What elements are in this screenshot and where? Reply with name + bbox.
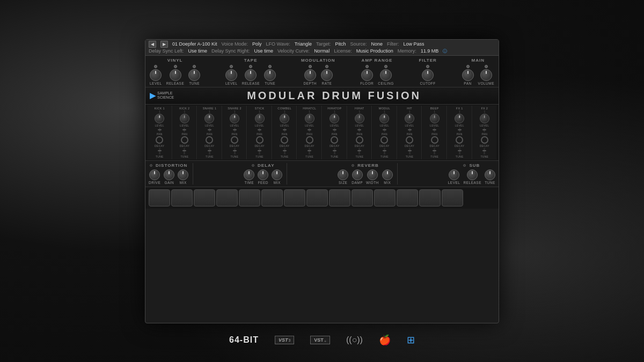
filter-cutoff-knob[interactable] <box>422 69 434 81</box>
distortion-gain-knob[interactable] <box>164 169 174 180</box>
channel-decay-knob-1[interactable] <box>181 136 188 144</box>
amp-floor-knob[interactable] <box>361 69 373 81</box>
reverb-mix-knob[interactable] <box>382 169 393 180</box>
channel-level-knob-10[interactable] <box>405 114 414 123</box>
sub-release-knob[interactable] <box>467 169 478 180</box>
channel-stick: STICK 1 LEVEL PAN DECAY TUNE <box>247 106 272 159</box>
channel-decay-knob-10[interactable] <box>406 136 413 144</box>
channel-decay-knob-9[interactable] <box>380 136 388 144</box>
vinyl-level-knob[interactable] <box>150 69 162 81</box>
channel-num-1: 1 <box>184 110 185 113</box>
pad-4[interactable] <box>216 189 238 206</box>
channel-decay-knob-6[interactable] <box>306 136 313 144</box>
channel-level-knob-0[interactable] <box>155 114 164 123</box>
vinyl-tune-label: TUNE <box>189 82 200 85</box>
lfo-wave-value[interactable]: Triangle <box>295 41 312 47</box>
channel-decay-knob-4[interactable] <box>256 136 264 144</box>
delay-time-knob[interactable] <box>244 169 254 180</box>
channel-decay-knob-7[interactable] <box>331 136 338 144</box>
channel-level-knob-1[interactable] <box>180 114 189 123</box>
nav-prev[interactable]: ◀ <box>149 41 156 48</box>
source-value[interactable]: None <box>371 41 383 47</box>
voice-mode-value[interactable]: Poly <box>252 41 262 47</box>
distortion-mix-knob[interactable] <box>178 169 188 180</box>
delay-sync-left-value[interactable]: Use time <box>188 48 208 54</box>
pad-9[interactable] <box>329 189 350 206</box>
pad-8[interactable] <box>306 189 328 206</box>
channel-decay-knob-11[interactable] <box>431 136 438 144</box>
nav-next[interactable]: ▶ <box>160 41 168 48</box>
filter-value[interactable]: Low Pass <box>404 41 425 47</box>
distortion-drive-knob[interactable] <box>149 169 160 180</box>
channel-level-knob-9[interactable] <box>379 114 389 123</box>
pad-14[interactable] <box>442 189 463 206</box>
delay-feed-knob[interactable] <box>258 169 268 180</box>
tape-release-knob[interactable] <box>245 69 257 81</box>
sub-level-knob[interactable] <box>449 169 459 180</box>
channel-level-knob-12[interactable] <box>455 114 464 123</box>
channel-decay-knob-3[interactable] <box>231 136 238 144</box>
channel-num-9: 1 <box>384 110 385 113</box>
velocity-value[interactable]: Normal <box>314 48 330 54</box>
channel-decay-knob-2[interactable] <box>206 136 213 144</box>
channel-level-knob-2[interactable] <box>204 114 214 123</box>
channel-level-knob-3[interactable] <box>230 114 239 123</box>
reverb-size-knob[interactable] <box>338 169 348 180</box>
sub-tune-knob[interactable] <box>485 169 495 180</box>
pad-2[interactable] <box>171 189 193 206</box>
mod-rate-knob[interactable] <box>321 69 333 81</box>
channel-level-knob-5[interactable] <box>280 114 289 123</box>
channel-decay-label-5: DECAY <box>280 144 289 147</box>
info-icon[interactable]: ⓘ <box>443 48 447 54</box>
main-volume-knob[interactable] <box>480 69 492 81</box>
bottom-logos: 64-BIT VST 3 VST + ((○)) 🍎 ⊞ <box>0 334 644 346</box>
pad-11[interactable] <box>374 189 396 206</box>
channel-level-knob-4[interactable] <box>255 114 265 123</box>
channel-decay-knob-8[interactable] <box>356 136 363 144</box>
memory-label: Memory: <box>398 48 416 54</box>
aax-icon: ((○)) <box>346 335 363 345</box>
pad-10[interactable] <box>352 189 373 206</box>
channel-level-knob-13[interactable] <box>480 114 489 123</box>
vinyl-release-dot <box>174 65 177 68</box>
preset-name[interactable]: 01 Doepfer A-100 Kit <box>172 41 217 47</box>
pad-3[interactable] <box>194 189 215 206</box>
amp-ceiling-knob[interactable] <box>380 69 392 81</box>
reverb-title: REVERB <box>357 163 378 168</box>
pad-6[interactable] <box>261 189 283 206</box>
tape-tune-knob[interactable] <box>264 69 276 81</box>
main-section: MAIN PAN VOLUME <box>462 58 494 85</box>
pad-5[interactable] <box>239 189 260 206</box>
target-label: Target: <box>316 41 331 47</box>
source-label: Source: <box>350 41 367 47</box>
channel-decay-knob-13[interactable] <box>481 136 488 144</box>
tape-level-knob[interactable] <box>225 69 237 81</box>
lfo-wave-label: LFO Wave: <box>266 41 290 47</box>
channel-level-label-0: LEVEL <box>155 124 164 127</box>
main-pan-knob[interactable] <box>462 69 474 81</box>
channel-beep: BEEP 1 LEVEL PAN DECAY TUNE <box>422 106 447 159</box>
license-value[interactable]: Music Production <box>356 48 393 54</box>
delay-mix-knob[interactable] <box>272 169 282 180</box>
channel-level-knob-7[interactable] <box>330 114 339 123</box>
pad-7[interactable] <box>284 189 305 206</box>
pad-13[interactable] <box>419 189 441 206</box>
pad-1[interactable] <box>149 189 170 206</box>
vinyl-release-knob[interactable] <box>170 69 181 81</box>
channel-decay-knob-12[interactable] <box>456 136 463 144</box>
channel-decay-knob-5[interactable] <box>281 136 288 144</box>
channel-level-knob-11[interactable] <box>430 114 440 123</box>
vinyl-tune-knob[interactable] <box>188 69 200 81</box>
reverb-width-knob[interactable] <box>367 169 378 180</box>
reverb-damp-knob[interactable] <box>352 169 363 180</box>
channel-pan-label-8: PAN <box>357 132 363 136</box>
channel-decay-label-7: DECAY <box>330 144 339 147</box>
channel-pan-label-10: PAN <box>407 132 413 136</box>
target-value[interactable]: Pitch <box>335 41 346 47</box>
delay-sync-right-value[interactable]: Use time <box>254 48 274 54</box>
channel-decay-knob-0[interactable] <box>156 136 163 144</box>
pad-12[interactable] <box>397 189 418 206</box>
mod-depth-knob[interactable] <box>304 69 316 81</box>
channel-level-knob-6[interactable] <box>305 114 314 123</box>
channel-level-knob-8[interactable] <box>355 114 364 123</box>
